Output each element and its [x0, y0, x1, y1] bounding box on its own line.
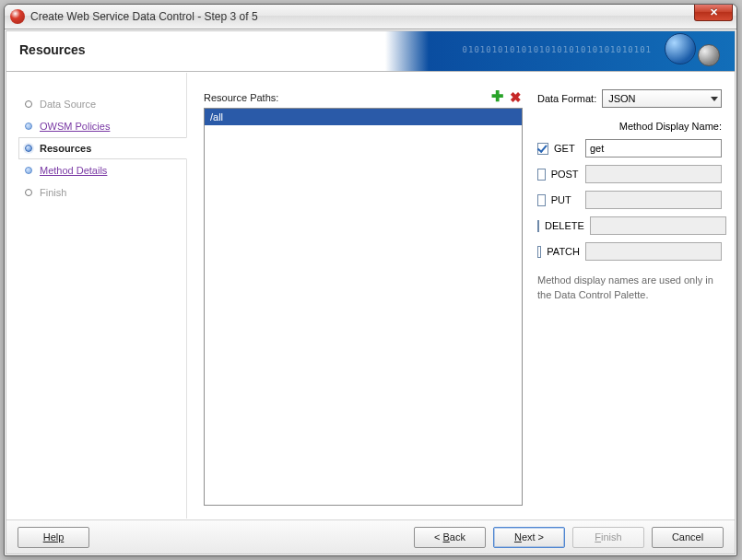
method-name-post: POST [551, 169, 580, 180]
back-button[interactable]: < Back [414, 527, 486, 548]
main-area: Resource Paths: ✚ ✖ /all Data Format: [187, 73, 735, 519]
app-icon [10, 9, 25, 24]
right-column: Data Format: JSON Method Display Name: G… [537, 89, 722, 506]
method-display-input-patch [585, 242, 722, 261]
checkbox-patch[interactable] [537, 246, 541, 258]
add-path-icon[interactable]: ✚ [489, 90, 504, 105]
resource-paths-label: Resource Paths: [204, 92, 278, 103]
resource-paths-list[interactable]: /all [204, 108, 523, 506]
resource-paths-column: Resource Paths: ✚ ✖ /all [204, 89, 523, 506]
resource-path-item[interactable]: /all [205, 109, 522, 125]
step-label: Method Details [40, 165, 107, 176]
method-display-header: Method Display Name: [537, 121, 722, 132]
step-resources[interactable]: Resources [18, 137, 187, 159]
banner-title: Resources [19, 42, 86, 57]
step-bullet-icon [25, 189, 32, 196]
method-name-patch: PATCH [547, 246, 580, 257]
step-label: Resources [40, 143, 91, 154]
method-hint: Method display names are used only in th… [537, 274, 722, 303]
cancel-label: Cancel [672, 531, 703, 542]
globe-icon [665, 33, 696, 64]
method-display-input-post [585, 165, 722, 183]
method-display-input-put [585, 191, 722, 209]
step-label: Data Source [40, 99, 96, 110]
step-bullet-icon [25, 100, 32, 108]
step-label: Finish [40, 187, 66, 198]
button-bar: Help < Back Next > Finish Cancel [6, 519, 735, 554]
cancel-button[interactable]: Cancel [652, 527, 724, 548]
checkbox-delete[interactable] [537, 220, 539, 232]
method-row-patch: PATCH [537, 242, 722, 261]
banner-binary: 01010101010101010101010101010101 [463, 45, 652, 54]
window-title: Create Web Service Data Control - Step 3… [30, 10, 258, 23]
checkbox-post[interactable] [537, 169, 546, 181]
step-method-details[interactable]: Method Details [25, 159, 179, 181]
dialog-inner: Resources 010101010101010101010101010101… [6, 30, 736, 554]
help-button[interactable]: Help [18, 527, 89, 548]
wizard-steps: Data Source OWSM Policies Resources Meth… [6, 73, 187, 519]
data-format-select[interactable]: JSON [602, 89, 722, 108]
step-finish: Finish [25, 181, 179, 204]
method-name-delete: DELETE [545, 220, 584, 231]
step-data-source: Data Source [25, 93, 179, 115]
step-bullet-icon [25, 167, 32, 174]
checkbox-get[interactable] [537, 143, 548, 155]
step-bullet-icon [25, 122, 32, 130]
method-name-get: GET [554, 143, 580, 154]
back-label: < Back [434, 531, 465, 542]
data-format-row: Data Format: JSON [537, 89, 722, 108]
delete-path-icon[interactable]: ✖ [508, 90, 523, 105]
dialog-body: Data Source OWSM Policies Resources Meth… [6, 73, 735, 519]
titlebar[interactable]: Create Web Service Data Control - Step 3… [5, 5, 736, 29]
next-button[interactable]: Next > [493, 527, 565, 548]
help-label: Help [43, 531, 65, 542]
method-row-put: PUT [537, 191, 722, 209]
resource-paths-header: Resource Paths: ✚ ✖ [204, 89, 523, 106]
method-name-put: PUT [551, 194, 580, 205]
banner: Resources 010101010101010101010101010101… [6, 31, 735, 72]
dialog-window: Create Web Service Data Control - Step 3… [4, 4, 737, 556]
finish-label: Finish [595, 531, 621, 542]
method-row-post: POST [537, 165, 722, 183]
step-bullet-icon [25, 145, 32, 152]
method-display-input-delete [590, 216, 726, 235]
step-owsm-policies[interactable]: OWSM Policies [25, 115, 179, 137]
method-display-input-get[interactable] [585, 139, 722, 158]
close-icon: ✕ [710, 6, 718, 18]
close-button[interactable]: ✕ [694, 5, 733, 21]
data-format-label: Data Format: [537, 93, 596, 104]
next-label: Next > [514, 531, 544, 542]
step-label: OWSM Policies [40, 121, 110, 132]
gear-icon [698, 44, 720, 66]
finish-button: Finish [572, 527, 644, 548]
method-row-get: GET [537, 139, 722, 158]
chevron-down-icon [711, 97, 718, 101]
checkbox-put[interactable] [537, 194, 546, 206]
method-row-delete: DELETE [537, 216, 722, 235]
data-format-value: JSON [608, 93, 635, 104]
